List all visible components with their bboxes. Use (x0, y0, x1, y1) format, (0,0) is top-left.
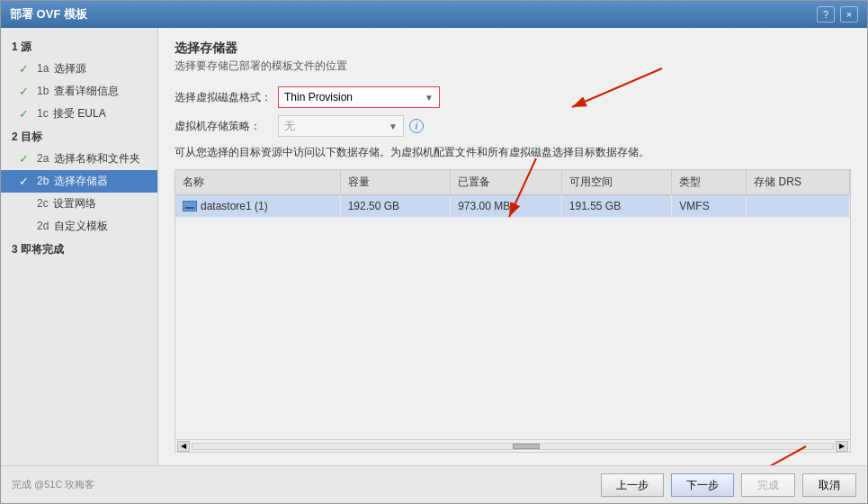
sidebar-section-1-title: 1 源 (1, 37, 157, 58)
scroll-thumb[interactable] (513, 444, 540, 449)
finish-button: 完成 (741, 473, 795, 497)
panel-subtitle: 选择要存储已部署的模板文件的位置 (174, 58, 851, 74)
sidebar-item-2a-label: 2a 选择名称和文件夹 (37, 151, 140, 166)
disk-format-value: Thin Provision (284, 91, 353, 104)
sidebar-section-2-title: 2 目标 (1, 127, 157, 148)
col-header-free: 可用空间 (561, 170, 672, 195)
cell-drs (747, 195, 850, 218)
data-table-wrap: 名称 容量 已置备 可用空间 类型 存储 DRS (174, 169, 851, 453)
check-icon-1b: ✓ (19, 85, 31, 98)
sidebar-item-1b[interactable]: ✓ 1b 查看详细信息 (1, 80, 157, 103)
sidebar-section-2: 2 目标 ✓ 2a 选择名称和文件夹 ✓ 2b 选择存储器 ✓ (1, 127, 157, 238)
sidebar-item-1a[interactable]: ✓ 1a 选择源 (1, 58, 157, 80)
cell-free: 191.55 GB (561, 195, 672, 218)
main-window: 部署 OVF 模板 ? × 1 源 ✓ 1a 选择源 (0, 0, 868, 504)
storage-policy-row: 虚拟机存储策略： 无 ▼ i (174, 115, 851, 137)
storage-policy-dropdown: 无 ▼ (278, 115, 404, 137)
storage-policy-control: 无 ▼ i (278, 115, 424, 137)
scroll-left-button[interactable]: ◀ (177, 441, 190, 452)
panel-description: 可从您选择的目标资源中访问以下数据存储。为虚拟机配置文件和所有虚拟磁盘选择目标数… (174, 144, 851, 160)
sidebar-section-1: 1 源 ✓ 1a 选择源 ✓ 1b 查看详细信息 ✓ (1, 37, 157, 125)
col-header-type: 类型 (672, 170, 747, 195)
storage-policy-label: 虚拟机存储策略： (174, 119, 278, 134)
disk-format-control: Thin Provision ▼ (278, 86, 440, 108)
sidebar-item-2a[interactable]: ✓ 2a 选择名称和文件夹 (1, 148, 157, 170)
disk-format-dropdown[interactable]: Thin Provision ▼ (278, 86, 440, 108)
table-scroll-container[interactable]: 名称 容量 已置备 可用空间 类型 存储 DRS (175, 170, 850, 439)
col-header-name: 名称 (175, 170, 340, 195)
col-header-provisioned: 已置备 (451, 170, 562, 195)
sidebar-item-2c[interactable]: ✓ 2c 设置网络 (1, 193, 157, 215)
footer: 完成 @51C 玫梅客 上一步 下一步 完成 取消 (1, 465, 867, 503)
main-content: 1 源 ✓ 1a 选择源 ✓ 1b 查看详细信息 ✓ (1, 28, 867, 465)
sidebar-item-2b-label: 2b 选择存储器 (37, 174, 108, 189)
scroll-track[interactable] (192, 443, 834, 450)
disk-format-label: 选择虚拟磁盘格式： (174, 90, 278, 105)
table-header-row: 名称 容量 已置备 可用空间 类型 存储 DRS (175, 170, 850, 195)
dropdown-arrow-storage: ▼ (389, 122, 398, 131)
cell-name: datastore1 (1) (175, 195, 340, 218)
info-icon[interactable]: i (409, 119, 424, 133)
sidebar-item-2d-label: 2d 自定义模板 (37, 219, 108, 234)
sidebar-item-2b[interactable]: ✓ 2b 选择存储器 (1, 170, 157, 193)
sidebar-item-1a-label: 1a 选择源 (37, 61, 86, 76)
back-button[interactable]: 上一步 (601, 473, 664, 497)
col-header-drs: 存储 DRS (747, 170, 850, 195)
help-button[interactable]: ? (817, 6, 835, 22)
sidebar-item-2d[interactable]: ✓ 2d 自定义模板 (1, 215, 157, 238)
table-row[interactable]: datastore1 (1) 192.50 GB 973.00 MB 191.5… (175, 195, 850, 218)
name-cell: datastore1 (1) (183, 200, 333, 212)
sidebar-item-1c[interactable]: ✓ 1c 接受 EULA (1, 103, 157, 125)
title-bar-controls: ? × (817, 6, 858, 22)
title-bar: 部署 OVF 模板 ? × (1, 1, 867, 28)
horizontal-scrollbar[interactable]: ◀ ▶ (175, 439, 850, 452)
check-icon-2b: ✓ (19, 175, 31, 188)
sidebar-item-1b-label: 1b 查看详细信息 (37, 84, 119, 99)
cell-type: VMFS (672, 195, 747, 218)
window-title: 部署 OVF 模板 (10, 6, 87, 22)
data-table: 名称 容量 已置备 可用空间 类型 存储 DRS (175, 170, 850, 218)
right-panel: 选择存储器 选择要存储已部署的模板文件的位置 选择虚拟磁盘格式： Thin Pr… (158, 28, 867, 465)
close-button[interactable]: × (840, 6, 858, 22)
check-icon-1c: ✓ (19, 107, 31, 121)
datastore-icon (183, 201, 197, 212)
storage-policy-value: 无 (284, 119, 295, 134)
table-body: datastore1 (1) 192.50 GB 973.00 MB 191.5… (175, 195, 850, 218)
next-button[interactable]: 下一步 (671, 473, 734, 497)
cell-provisioned: 973.00 MB (451, 195, 562, 218)
dropdown-arrow-disk: ▼ (425, 93, 434, 103)
sidebar-item-1c-label: 1c 接受 EULA (37, 106, 106, 122)
scroll-right-button[interactable]: ▶ (836, 441, 848, 452)
check-icon-2a: ✓ (19, 152, 31, 166)
datastore-name: datastore1 (1) (201, 200, 268, 212)
footer-note: 完成 @51C 玫梅客 (12, 478, 94, 491)
content-area: 选择存储器 选择要存储已部署的模板文件的位置 选择虚拟磁盘格式： Thin Pr… (158, 28, 867, 465)
cancel-button[interactable]: 取消 (802, 473, 856, 497)
panel-title: 选择存储器 (174, 40, 851, 57)
sidebar-section-3-title: 3 即将完成 (1, 239, 157, 260)
sidebar: 1 源 ✓ 1a 选择源 ✓ 1b 查看详细信息 ✓ (1, 28, 158, 465)
col-header-capacity: 容量 (340, 170, 451, 195)
disk-format-row: 选择虚拟磁盘格式： Thin Provision ▼ (174, 86, 851, 108)
sidebar-item-2c-label: 2c 设置网络 (37, 196, 96, 212)
cell-capacity: 192.50 GB (340, 195, 451, 218)
check-icon-1a: ✓ (19, 62, 31, 76)
table-header: 名称 容量 已置备 可用空间 类型 存储 DRS (175, 170, 850, 195)
sidebar-section-3: 3 即将完成 (1, 239, 157, 260)
